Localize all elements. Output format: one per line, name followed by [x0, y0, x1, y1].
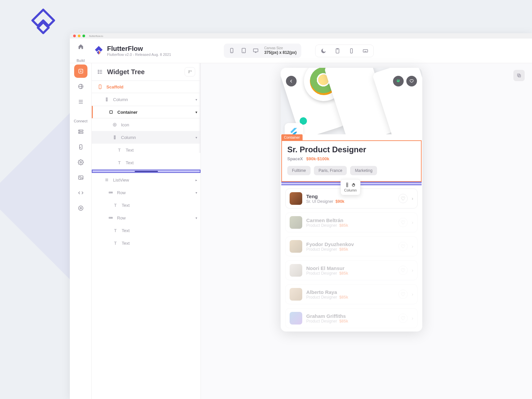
svg-rect-28 [79, 145, 82, 149]
panel-sort-button[interactable] [185, 67, 195, 76]
chevron-right-icon[interactable]: › [412, 292, 413, 297]
canvas-layers-button[interactable] [513, 70, 525, 81]
phone-icon[interactable] [228, 47, 235, 54]
device-selector[interactable]: Canvas Size 375(px) x 812(px) [224, 44, 301, 58]
back-button[interactable] [286, 76, 297, 86]
flutterflow-logo-icon [28, 7, 58, 37]
svg-rect-58 [112, 192, 112, 193]
outline-button[interactable] [74, 95, 87, 108]
tree-item-row[interactable]: Row ▾ [92, 211, 200, 224]
chevron-right-icon[interactable]: › [412, 268, 413, 273]
chip-location[interactable]: Paris, France [314, 166, 347, 175]
home-button[interactable] [74, 40, 87, 53]
heart-icon[interactable]: ♡ [398, 314, 408, 323]
settings-gear-button[interactable] [74, 156, 87, 169]
media-button[interactable] [74, 171, 87, 184]
tree-item-scaffold[interactable]: Scaffold [92, 80, 200, 93]
phone-preview-icon[interactable] [348, 48, 355, 54]
tree-label: Row [117, 190, 126, 195]
chevron-right-icon[interactable]: › [412, 244, 413, 249]
tree-label: Text [126, 160, 134, 165]
svg-point-27 [79, 133, 79, 133]
svg-rect-10 [363, 50, 368, 52]
phone-preview[interactable]: Container Sr. Product Designer SpaceX $9… [281, 68, 422, 332]
code-button[interactable] [74, 186, 87, 200]
tree-item-icon[interactable]: Icon [92, 118, 200, 131]
person-name: Carmen Beltrán [306, 217, 394, 223]
keyboard-icon[interactable] [362, 48, 369, 54]
canvas-size-label: Canvas Size [264, 46, 297, 50]
database-button[interactable] [74, 125, 87, 138]
container-icon [108, 110, 114, 114]
person-card[interactable]: Alberto RayaProduct Designer $85k ♡ › [285, 284, 418, 304]
svg-rect-64 [346, 183, 348, 184]
chevron-right-icon[interactable]: › [412, 316, 413, 321]
person-card[interactable]: Noori El MansurProduct Designer $85k ♡ › [285, 260, 418, 280]
canvas-area[interactable]: Container Sr. Product Designer SpaceX $9… [201, 63, 532, 399]
heart-icon[interactable]: ♡ [398, 242, 408, 251]
job-title: Sr. Product Designer [287, 145, 416, 154]
widget-tree: Scaffold Column ▾ Container ▾ Icon [92, 80, 200, 249]
tree-item-text[interactable]: TText [92, 156, 200, 169]
dark-mode-icon[interactable] [320, 48, 327, 54]
tree-item-listview[interactable]: ListView ▸ [92, 174, 200, 186]
tablet-icon[interactable] [240, 47, 247, 54]
brand-block: FlutterFlow Flutterflow v2.0 - Released … [94, 45, 171, 57]
svg-point-36 [98, 71, 99, 72]
svg-point-34 [98, 70, 99, 71]
components-button[interactable] [74, 80, 87, 93]
tree-item-text[interactable]: TText [92, 199, 200, 211]
tablet-preview-icon[interactable] [334, 48, 341, 54]
heart-icon[interactable]: ♡ [398, 266, 408, 275]
text-icon: T [112, 203, 118, 208]
desktop-icon[interactable] [252, 47, 259, 54]
view-mode-selector [315, 45, 374, 57]
selection-tag: Container [281, 134, 303, 140]
person-salary: $85k [339, 319, 348, 324]
window-close-icon[interactable] [73, 35, 76, 37]
person-salary: $85k [339, 223, 348, 228]
svg-point-31 [79, 177, 80, 177]
person-card[interactable]: Graham GriffithsProduct Designer $85k ♡ … [285, 308, 418, 328]
window-minimize-icon[interactable] [78, 35, 80, 37]
tree-item-text[interactable]: TText [92, 224, 200, 237]
text-icon: T [116, 160, 122, 165]
tree-label: Scaffold [106, 84, 123, 89]
chevron-right-icon[interactable]: › [412, 196, 413, 201]
tree-item-column[interactable]: Column ▾ [92, 93, 200, 106]
person-name: Alberto Raya [306, 289, 394, 295]
tree-item-row[interactable]: Row ▾ [92, 186, 200, 199]
device-button[interactable] [74, 140, 87, 154]
favorite-button[interactable] [406, 76, 417, 86]
tree-item-text[interactable]: TText [92, 237, 200, 249]
svg-rect-8 [337, 49, 338, 49]
person-card[interactable]: Fyodor DyuzhenkovProduct Designer $85k ♡… [285, 236, 418, 256]
tree-item-text[interactable]: TText [92, 144, 200, 156]
person-salary: $85k [339, 295, 348, 300]
tree-label: Text [122, 228, 130, 233]
svg-rect-59 [109, 217, 110, 218]
person-role: Product Designer [306, 271, 337, 276]
selected-container-overlay[interactable]: Container Sr. Product Designer SpaceX $9… [281, 140, 422, 182]
tree-item-container-selected[interactable]: Container ▾ [92, 106, 200, 118]
chip-fulltime[interactable]: Fulltime [287, 166, 311, 175]
window-zoom-icon[interactable] [82, 35, 85, 37]
share-button[interactable] [393, 76, 404, 86]
person-card[interactable]: Carmen BeltránProduct Designer $85k ♡ › [285, 212, 418, 232]
svg-rect-9 [350, 49, 352, 53]
heart-icon[interactable]: ♡ [398, 218, 408, 227]
chevron-right-icon[interactable]: › [412, 220, 413, 225]
heart-icon[interactable]: ♡ [398, 290, 408, 299]
tree-insert-indicator [92, 170, 200, 173]
person-name: Fyodor Dyuzhenkov [306, 241, 394, 247]
flutter-badge-icon [285, 123, 303, 134]
svg-point-29 [80, 162, 81, 163]
avatar [290, 240, 302, 253]
project-settings-button[interactable] [74, 201, 87, 215]
tree-label: Column [121, 135, 136, 140]
add-widget-button[interactable] [74, 65, 87, 78]
hero-image [281, 68, 422, 134]
heart-icon[interactable]: ♡ [398, 194, 408, 203]
chip-category[interactable]: Marketing [350, 166, 377, 175]
tree-item-column-hover[interactable]: Column ▾ [92, 131, 200, 144]
